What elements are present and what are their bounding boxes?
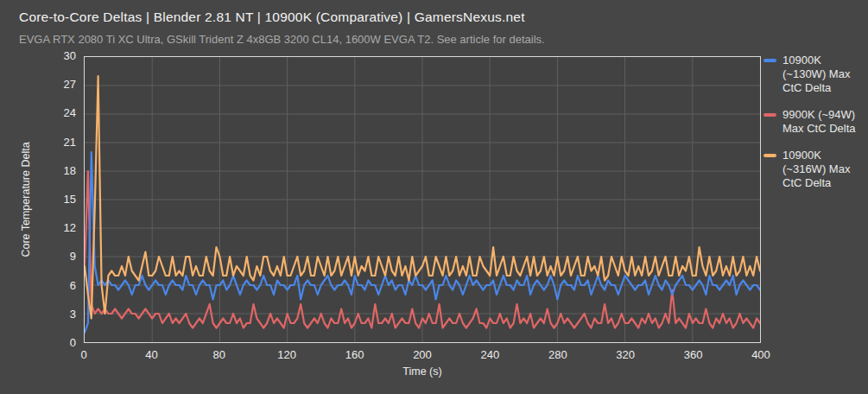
plot-area — [84, 56, 761, 343]
y-tick-label: 27 — [45, 78, 76, 92]
legend-item-label: 10900K (~316W) Max CtC Delta — [782, 149, 850, 190]
y-tick-label: 3 — [45, 308, 76, 321]
legend-swatch-blue-icon — [763, 59, 776, 62]
legend-item-9900k-94w: 9900K (~94W) Max CtC Delta — [763, 108, 865, 136]
chart-subtitle: EVGA RTX 2080 Ti XC Ultra, GSkill Triden… — [19, 33, 545, 46]
x-tick-label: 280 — [536, 348, 580, 362]
x-tick-label: 240 — [468, 348, 511, 362]
y-tick-label: 9 — [45, 250, 76, 264]
y-tick-label: 6 — [45, 279, 76, 293]
x-tick-label: 360 — [672, 348, 715, 362]
x-tick-label: 80 — [198, 348, 241, 362]
y-tick-label: 30 — [45, 49, 76, 63]
y-tick-label: 12 — [45, 221, 76, 235]
legend-swatch-red-icon — [763, 113, 776, 117]
x-tick-label: 400 — [739, 348, 782, 362]
line-chart-svg — [85, 57, 760, 342]
y-tick-label: 18 — [45, 164, 76, 178]
x-tick-label: 0 — [62, 348, 105, 362]
chart-canvas: { "header": { "title": "Core-to-Core Del… — [0, 0, 868, 394]
legend-swatch-orange-icon — [763, 154, 776, 157]
y-tick-label: 24 — [45, 106, 76, 120]
y-tick-label: 15 — [45, 193, 76, 207]
x-tick-label: 160 — [333, 348, 377, 362]
x-axis-title: Time (s) — [84, 365, 761, 378]
chart-title: Core-to-Core Deltas | Blender 2.81 NT | … — [19, 10, 525, 25]
legend-item-label: 10900K (~130W) Max CtC Delta — [782, 54, 850, 95]
legend-item-10900k-130w: 10900K (~130W) Max CtC Delta — [763, 54, 865, 95]
x-tick-label: 200 — [401, 348, 444, 362]
y-axis-title: Core Temperature Delta — [20, 142, 32, 257]
x-tick-label: 120 — [265, 348, 308, 362]
legend-item-label: 9900K (~94W) Max CtC Delta — [782, 108, 856, 136]
x-tick-label: 320 — [604, 348, 647, 362]
x-tick-label: 40 — [130, 348, 173, 362]
legend-item-10900k-316w: 10900K (~316W) Max CtC Delta — [763, 149, 865, 190]
y-tick-label: 21 — [45, 136, 76, 149]
legend: 10900K (~130W) Max CtC Delta 9900K (~94W… — [763, 54, 865, 190]
